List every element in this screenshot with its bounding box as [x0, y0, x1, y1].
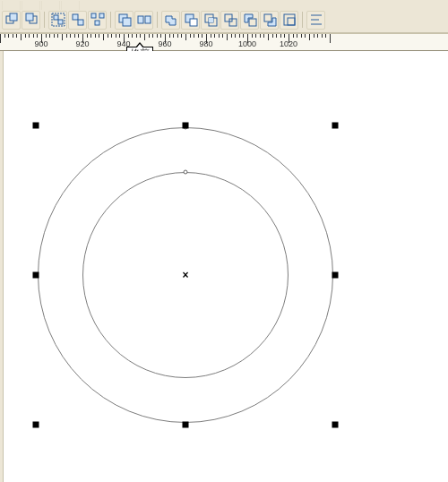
selection-center-marker[interactable]: × [182, 269, 188, 281]
ruler-tick [185, 34, 186, 40]
ruler-tick [263, 34, 264, 38]
front-minus-back-button[interactable] [240, 11, 259, 30]
ungroup-icon [70, 12, 86, 28]
weld-button[interactable] [161, 11, 180, 30]
ruler-tick [231, 34, 232, 38]
intersect-icon [202, 12, 219, 28]
ruler-tick [8, 34, 9, 38]
align-distribute-button[interactable] [306, 11, 325, 30]
selection-handle-tr[interactable] [332, 123, 339, 129]
ruler-tick [173, 34, 174, 38]
selection-handle-tm[interactable] [183, 123, 189, 129]
selection-handle-ml[interactable] [33, 272, 39, 279]
break-apart-button[interactable] [134, 11, 153, 30]
back-minus-front-icon [262, 12, 278, 28]
ruler-tick [280, 34, 281, 38]
break-apart-icon [136, 12, 152, 28]
ruler-tick [0, 34, 1, 43]
toolbar-btn-partial-2[interactable] [22, 1, 40, 10]
ruler-tick [16, 34, 17, 38]
ruler-tick [149, 34, 150, 38]
group-icon [50, 12, 66, 28]
group-button[interactable] [48, 11, 67, 30]
ruler-tick [90, 34, 91, 38]
ruler-tick [74, 34, 75, 38]
trim-button[interactable] [181, 11, 200, 30]
toolbar-btn-partial-4[interactable] [61, 1, 80, 10]
to-back-of-layer-icon [23, 12, 39, 28]
ruler-tick [57, 34, 58, 38]
ruler-tick [177, 34, 178, 38]
intersect-button[interactable] [201, 11, 220, 30]
svg-rect-21 [225, 14, 232, 22]
ruler-tick [116, 34, 116, 38]
ruler-tick [317, 34, 318, 38]
selection-handle-br[interactable] [332, 422, 339, 428]
ruler-tick [29, 34, 30, 38]
ruler-tick [46, 34, 47, 38]
back-minus-front-button[interactable] [260, 11, 279, 30]
ungroup-button[interactable] [68, 11, 87, 30]
ruler-tick [227, 34, 228, 40]
ruler-tick [70, 34, 71, 38]
inner-top-node[interactable] [184, 170, 188, 175]
toolbar-btn-partial-1[interactable] [2, 1, 21, 10]
svg-rect-1 [10, 13, 17, 21]
vertical-ruler-gutter[interactable] [0, 51, 4, 482]
svg-rect-15 [145, 16, 151, 23]
toolbar-row-partial [0, 1, 448, 10]
ruler-tick [128, 34, 129, 38]
ruler-tick [211, 34, 211, 38]
svg-rect-3 [26, 13, 33, 21]
toolbar-divider [157, 12, 158, 28]
svg-rect-6 [58, 20, 63, 24]
ruler-label: 980 [199, 39, 212, 48]
to-front-of-layer-icon [4, 12, 20, 28]
toolbar-divider [302, 12, 303, 28]
ruler-tick [136, 34, 137, 38]
ruler-tick [252, 34, 253, 38]
ruler-tick [4, 34, 5, 38]
create-boundary-button[interactable] [280, 11, 298, 30]
ungroup-all-button[interactable] [88, 11, 107, 30]
ruler-tick [62, 34, 63, 40]
toolbar-row-shaping [0, 10, 448, 30]
ruler-tick [293, 34, 294, 38]
svg-rect-22 [229, 19, 237, 26]
ruler-tick [95, 34, 96, 38]
simplify-icon [222, 12, 238, 28]
ruler-tick [54, 34, 55, 38]
ruler-tick [255, 34, 256, 38]
selection-handle-mr[interactable] [332, 272, 339, 279]
ruler-tick [272, 34, 273, 38]
ruler-tick [33, 34, 34, 38]
ruler-tick [99, 34, 99, 38]
ruler-tick [111, 34, 112, 38]
ruler-tick [222, 34, 223, 38]
to-back-of-layer-button[interactable] [22, 11, 40, 30]
ruler-tick [144, 34, 145, 40]
ruler-tick [21, 34, 22, 40]
ruler-tick [13, 34, 13, 38]
ruler-tick [160, 34, 161, 38]
toolbar-btn-partial-3[interactable] [41, 1, 60, 10]
horizontal-ruler[interactable]: 90092094096098010001020修剪 [0, 33, 448, 51]
ruler-tick [181, 34, 182, 38]
trim-icon [183, 12, 199, 28]
drawing-canvas[interactable]: × [0, 51, 448, 482]
selection-handle-bm[interactable] [183, 422, 189, 428]
ruler-tick [37, 34, 38, 38]
toolbar-divider [44, 12, 45, 28]
selection-handle-tl[interactable] [33, 123, 39, 129]
ruler-tick [214, 34, 215, 38]
svg-rect-24 [264, 14, 271, 22]
simplify-button[interactable] [220, 11, 239, 30]
ruler-tick [239, 34, 240, 38]
svg-rect-10 [99, 13, 104, 18]
svg-rect-7 [73, 14, 78, 20]
ruler-tick [25, 34, 26, 38]
selection-handle-bl[interactable] [33, 422, 39, 428]
ruler-tick [325, 34, 326, 38]
combine-button[interactable] [115, 11, 134, 30]
to-front-of-layer-button[interactable] [2, 11, 21, 30]
